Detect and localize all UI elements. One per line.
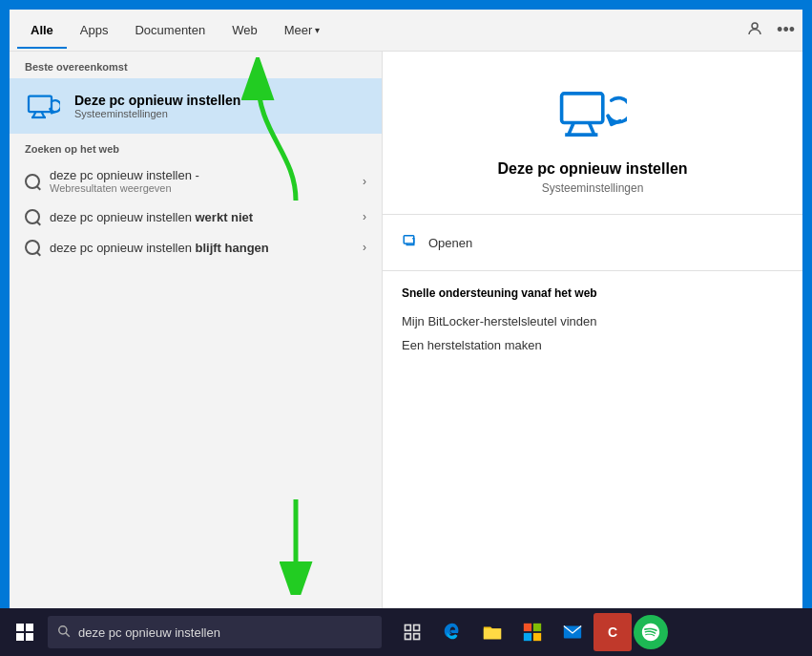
tabs-bar: Alle Apps Documenten Web Meer ▾ ••• xyxy=(10,10,802,52)
web-item-3[interactable]: deze pc opnieuw instellen blijft hangen … xyxy=(10,232,382,263)
svg-rect-9 xyxy=(404,236,414,243)
svg-line-17 xyxy=(66,632,70,636)
svg-rect-13 xyxy=(26,624,33,631)
open-label: Openen xyxy=(428,236,472,250)
search-icon-2 xyxy=(25,209,40,224)
web-item-2[interactable]: deze pc opnieuw instellen werkt niet › xyxy=(10,201,382,232)
web-section-label: Zoeken op het web xyxy=(10,134,382,160)
svg-line-6 xyxy=(569,122,573,135)
search-icon-3 xyxy=(25,240,40,255)
svg-rect-1 xyxy=(29,96,52,113)
best-match-subtitle: Systeeminstellingen xyxy=(74,108,240,119)
search-window: Alle Apps Documenten Web Meer ▾ ••• xyxy=(10,10,802,608)
user-icon[interactable] xyxy=(746,20,763,41)
support-link-1[interactable]: Mijn BitLocker-herstelsleutel vinden xyxy=(402,309,783,333)
task-view-icon[interactable] xyxy=(393,613,431,651)
svg-rect-21 xyxy=(414,634,420,640)
chevron-right-2: › xyxy=(363,210,366,223)
chevron-down-icon: ▾ xyxy=(315,25,320,35)
edge-icon[interactable] xyxy=(433,613,471,651)
content-area: Beste overeenkomst Deze pc opn xyxy=(10,52,802,608)
svg-rect-12 xyxy=(16,624,24,631)
reset-pc-icon xyxy=(25,88,61,124)
best-match-title: Deze pc opnieuw instellen xyxy=(74,93,240,108)
more-options-icon[interactable]: ••• xyxy=(777,20,795,40)
start-button[interactable] xyxy=(6,613,44,651)
web-item-text-1: deze pc opnieuw instellen - xyxy=(50,168,353,182)
open-icon xyxy=(402,232,419,253)
svg-point-16 xyxy=(59,625,67,633)
support-title: Snelle ondersteuning vanaf het web xyxy=(402,286,783,300)
web-item-text-3: deze pc opnieuw instellen blijft hangen xyxy=(50,241,353,255)
tab-meer[interactable]: Meer ▾ xyxy=(271,11,334,49)
svg-line-7 xyxy=(589,122,593,135)
app1-icon[interactable]: C xyxy=(593,613,632,651)
web-item-1[interactable]: deze pc opnieuw instellen - Webresultate… xyxy=(10,160,382,201)
taskbar-search-text: deze pc opnieuw instellen xyxy=(78,625,220,640)
best-match-item[interactable]: Deze pc opnieuw instellen Systeeminstell… xyxy=(10,78,382,134)
svg-rect-14 xyxy=(16,633,24,641)
tab-apps[interactable]: Apps xyxy=(67,11,122,49)
svg-rect-23 xyxy=(533,624,541,631)
store-icon[interactable] xyxy=(513,613,552,651)
svg-rect-20 xyxy=(406,634,411,640)
svg-rect-5 xyxy=(562,93,603,122)
best-match-label: Beste overeenkomst xyxy=(10,52,382,78)
svg-point-0 xyxy=(752,23,758,29)
tab-alle[interactable]: Alle xyxy=(17,11,67,49)
svg-rect-18 xyxy=(406,625,411,631)
search-icon-1 xyxy=(25,174,40,189)
svg-rect-25 xyxy=(533,633,541,641)
right-support: Snelle ondersteuning vanaf het web Mijn … xyxy=(383,271,802,372)
tab-web[interactable]: Web xyxy=(219,11,271,49)
right-subtitle: Systeeminstellingen xyxy=(542,181,644,195)
left-panel: Beste overeenkomst Deze pc opn xyxy=(10,52,382,608)
chevron-right-1: › xyxy=(363,175,366,188)
taskbar-search-icon xyxy=(57,624,71,641)
svg-rect-15 xyxy=(26,633,33,641)
right-actions: Openen xyxy=(383,215,802,271)
svg-rect-24 xyxy=(524,633,531,641)
tab-documenten[interactable]: Documenten xyxy=(121,11,219,49)
web-item-text-2: deze pc opnieuw instellen werkt niet xyxy=(50,210,353,224)
svg-rect-19 xyxy=(414,625,420,631)
chevron-right-3: › xyxy=(363,241,366,254)
right-top: Deze pc opnieuw instellen Systeeminstell… xyxy=(383,52,802,215)
web-item-sub-1: Webresultaten weergeven xyxy=(50,182,353,194)
right-title: Deze pc opnieuw instellen xyxy=(497,160,687,178)
taskbar: deze pc opnieuw instellen xyxy=(0,608,812,656)
taskbar-search-box[interactable]: deze pc opnieuw instellen xyxy=(48,616,382,648)
file-explorer-icon[interactable] xyxy=(473,613,511,651)
spotify-icon[interactable] xyxy=(634,615,668,649)
right-panel: Deze pc opnieuw instellen Systeeminstell… xyxy=(382,52,802,608)
best-match-text: Deze pc opnieuw instellen Systeeminstell… xyxy=(74,93,240,119)
tabs-right-icons: ••• xyxy=(746,20,795,41)
taskbar-icons: C xyxy=(393,613,668,651)
open-action[interactable]: Openen xyxy=(402,224,783,261)
svg-rect-22 xyxy=(524,624,531,631)
mail-icon[interactable] xyxy=(553,613,592,651)
right-reset-icon xyxy=(554,80,631,147)
support-link-2[interactable]: Een herstelstation maken xyxy=(402,333,783,357)
